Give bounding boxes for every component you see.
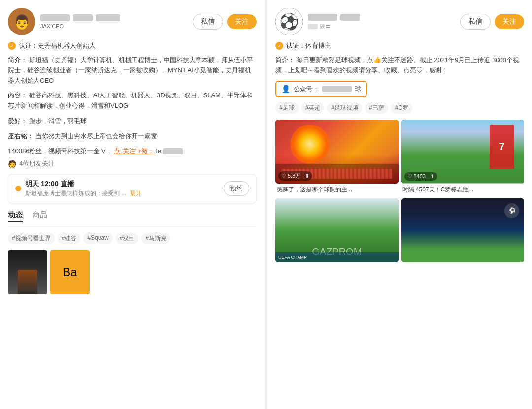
left-header-btns: 私信 关注: [193, 14, 257, 30]
left-hashtag-1[interactable]: #硅谷: [58, 233, 81, 244]
left-profile-header: 👨 JAX CEO 私信 关注: [8, 8, 257, 35]
stadium-image3: ⚽: [401, 198, 525, 262]
live-expand[interactable]: 展开: [130, 190, 142, 197]
right-video-card-4[interactable]: ⚽: [401, 198, 525, 262]
right-video-grid: ♡ 5.8万 ⬆ 羡慕了，这是哪个球队的主... 7 ♡ 8403 ⬆: [275, 120, 524, 263]
left-verified-row: ✓ 认证：史丹福机器人创始人: [8, 41, 257, 50]
left-hashtag-3[interactable]: #双目: [116, 233, 139, 244]
right-username-block2: [340, 14, 360, 21]
right-sub-row: 陕〓: [308, 23, 460, 30]
right-hashtag-row: #足球 #英超 #足球视频 #巴萨 #C罗: [275, 102, 524, 114]
right-video-card-1-thumb[interactable]: ♡ 5.8万 ⬆: [275, 120, 399, 184]
left-video-thumb-1[interactable]: [8, 250, 47, 294]
right-video-card-3-thumb[interactable]: GAZPROM UEFA CHAMP: [275, 198, 399, 262]
tab-dynamics[interactable]: 动态: [8, 210, 23, 222]
left-motto-text: 当你努力到山穷水尽上帝也会给你开一扇窗: [35, 132, 157, 140]
left-motto: 座右铭： 当你努力到山穷水尽上帝也会给你开一扇窗: [8, 131, 257, 142]
wechat-prefix: 公众号：: [294, 85, 319, 94]
right-username-row: [308, 14, 460, 21]
right-header-btns: 私信 关注: [460, 14, 524, 30]
right-bio: 简介： 每日更新精彩足球视频，点👍关注不迷路。截止 2021年9月已上传近 30…: [275, 55, 524, 76]
right-video-card-2-thumb[interactable]: 7 ♡ 8403 ⬆: [401, 120, 525, 184]
right-intro-label: 简介：: [275, 56, 295, 63]
right-intro-text: 每日更新精彩足球视频，点👍关注不迷路。截止 2021年9月已上传近 3000个视…: [275, 56, 519, 74]
left-panel: 👨 JAX CEO 私信 关注 ✓ 认证：史丹福机器人创始人 简介： 斯坦福（史…: [0, 0, 265, 409]
right-avatar-inner: ⚽: [275, 8, 303, 35]
right-msg-button[interactable]: 私信: [460, 14, 491, 30]
left-avatar-inner: 👨: [8, 8, 35, 35]
live-info: 明天 12:00 直播 斯坦福庞博士是怎样炼成的：接受剑 ... 展开: [25, 180, 224, 198]
wechat-name-block: [322, 86, 352, 92]
reserve-button[interactable]: 预约: [224, 181, 249, 196]
left-username-row: [40, 14, 193, 21]
live-time: 明天 12:00 直播: [25, 180, 224, 189]
friends-icon: 🧑: [8, 160, 16, 168]
left-verified-label: 认证：史丹福机器人创始人: [19, 41, 96, 50]
right-hashtag-0[interactable]: #足球: [275, 102, 299, 114]
live-banner: 明天 12:00 直播 斯坦福庞博士是怎样炼成的：接受剑 ... 展开 预约: [8, 174, 257, 203]
right-video2-likes: ♡ 8403 ⬆: [404, 172, 437, 181]
left-avatar: 👨: [8, 8, 35, 35]
left-username-block2: [73, 14, 93, 21]
right-video2-likes-count: 8403: [414, 173, 426, 179]
left-name-area: JAX CEO: [40, 14, 193, 29]
verified-icon: ✓: [8, 42, 16, 50]
right-video-card-2[interactable]: 7 ♡ 8403 ⬆ 时隔 4507天！C罗标志性...: [401, 120, 525, 196]
left-hobby-label: 爱好：: [8, 117, 27, 125]
right-username-block1: [308, 14, 337, 21]
jax-ceo-label: JAX CEO: [40, 23, 193, 29]
right-hashtag-1[interactable]: #英超: [301, 102, 325, 114]
left-hobby: 爱好： 跑步，滑雪，羽毛球: [8, 116, 257, 126]
right-verified-row: ✓ 认证：体育博主: [275, 41, 524, 50]
left-followers-row: 140086粉丝，视频号科技第一金 V， 点"关注"+微： le: [8, 147, 257, 156]
left-content: 内容： 硅谷高科技、黑科技、AI人工智能、机器人、3D视觉、双目、SLAM、半导…: [8, 91, 257, 111]
left-follow-button[interactable]: 关注: [227, 14, 257, 29]
left-motto-label: 座右铭：: [8, 132, 33, 140]
left-friends-text: 4位朋友关注: [19, 159, 55, 168]
left-username-block1: [40, 14, 70, 21]
right-panel: ⚽ 陕〓 私信 关注 ✓ 认证：体育博主 简介： 每日更新精彩足球视频，点👍关注…: [265, 0, 532, 409]
right-hashtag-4[interactable]: #C罗: [391, 102, 412, 114]
right-video1-likes-count: 5.8万: [288, 172, 300, 180]
left-content-text: 硅谷高科技、黑科技、AI人工智能、机器人、3D视觉、双目、SLAM、半导体和芯片…: [8, 92, 253, 109]
left-username-block3: [96, 14, 120, 21]
right-profile-header: ⚽ 陕〓 私信 关注: [275, 8, 524, 35]
left-hobby-text: 跑步，滑雪，羽毛球: [29, 117, 87, 125]
wechat-box: 👤 公众号： 球: [275, 81, 367, 97]
wechat-icon: 👤: [281, 85, 291, 94]
left-follow-cta[interactable]: 点"关注"+微：: [114, 147, 154, 155]
left-hashtag-0[interactable]: #视频号看世界: [8, 233, 55, 244]
left-content-label: 内容：: [8, 92, 27, 99]
left-followers-text: 140086粉丝，视频号科技第一金 V，: [8, 147, 112, 155]
left-follow-placeholder: [163, 148, 183, 154]
right-video-card-3[interactable]: GAZPROM UEFA CHAMP: [275, 198, 399, 262]
wechat-name-suffix: 球: [355, 85, 361, 94]
left-video-thumb-2[interactable]: Ba: [50, 250, 90, 294]
left-msg-button[interactable]: 私信: [193, 14, 223, 30]
right-follow-button[interactable]: 关注: [495, 14, 524, 29]
right-hashtag-2[interactable]: #足球视频: [327, 102, 362, 114]
right-video1-likes: ♡ 5.8万 ⬆: [278, 171, 312, 181]
live-subtitle: 斯坦福庞博士是怎样炼成的：接受剑 ... 展开: [25, 189, 224, 198]
left-bio: 简介： 斯坦福（史丹福）大学计算机、机械工程博士，中国科技大学本硕，师从伍小平院…: [8, 55, 257, 86]
left-video-thumbs: Ba: [8, 250, 257, 294]
left-tabs: 动态 商品: [8, 210, 257, 227]
right-video-card-1[interactable]: ♡ 5.8万 ⬆ 羡慕了，这是哪个球队的主...: [275, 120, 399, 196]
left-intro-text: 斯坦福（史丹福）大学计算机、机械工程博士，中国科技大学本硕，师从伍小平院士，硅谷…: [8, 56, 253, 84]
stadium-image2: GAZPROM UEFA CHAMP: [275, 198, 399, 262]
right-name-area: 陕〓: [308, 14, 460, 30]
left-follow-cta2: le: [156, 147, 161, 155]
left-intro-label: 简介：: [8, 56, 27, 63]
live-dot: [15, 186, 21, 191]
right-video-card-4-thumb[interactable]: ⚽: [401, 198, 525, 262]
tab-goods[interactable]: 商品: [33, 210, 47, 222]
right-verified-label: 认证：体育博主: [286, 41, 331, 50]
right-video1-title: 羡慕了，这是哪个球队的主...: [275, 184, 399, 196]
right-location: 陕〓: [320, 23, 331, 30]
left-hashtag-4[interactable]: #马斯克: [141, 233, 170, 244]
right-verified-icon: ✓: [275, 42, 283, 50]
left-hashtag-2[interactable]: #Squaw: [83, 233, 112, 244]
right-hashtag-3[interactable]: #巴萨: [365, 102, 388, 114]
left-hashtag-row: #视频号看世界 #硅谷 #Squaw #双目 #马斯克: [8, 233, 257, 244]
right-video2-title: 时隔 4507天！C罗标志性...: [401, 184, 525, 196]
